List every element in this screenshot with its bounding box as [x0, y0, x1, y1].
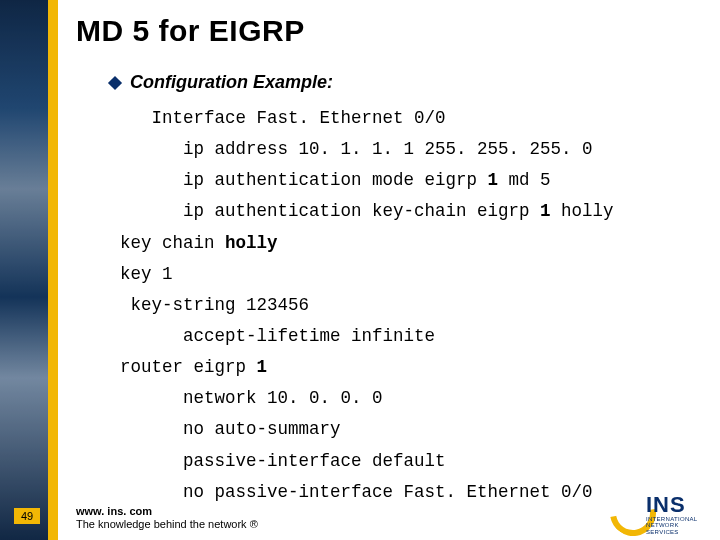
code-line: ip address 10. 1. 1. 1 255. 255. 255. 0: [120, 134, 700, 165]
footer-text: www. ins. com The knowledge behind the n…: [76, 505, 258, 533]
diamond-bullet-icon: [108, 76, 122, 90]
bullet-heading: Configuration Example:: [130, 72, 333, 93]
code-line: key 1: [120, 259, 700, 290]
code-line: no auto-summary: [120, 414, 700, 445]
code-line: Interface Fast. Ethernet 0/0: [120, 103, 700, 134]
code-line: key chain holly: [120, 228, 700, 259]
logo-brand-text: INS: [646, 492, 686, 518]
code-line: accept-lifetime infinite: [120, 321, 700, 352]
footer-url: www. ins. com: [76, 505, 152, 517]
logo-subtext: INTERNATIONAL NETWORK SERVICES: [646, 516, 706, 535]
code-line: passive-interface default: [120, 446, 700, 477]
ins-logo: INS INTERNATIONAL NETWORK SERVICES: [616, 486, 706, 534]
code-line: router eigrp 1: [120, 352, 700, 383]
code-line: key-string 123456: [120, 290, 700, 321]
code-line: network 10. 0. 0. 0: [120, 383, 700, 414]
slide: MD 5 for EIGRP Configuration Example: In…: [0, 0, 720, 540]
sidebar-background-image: [0, 0, 48, 540]
bullet-row: Configuration Example:: [110, 72, 700, 93]
configuration-code-block: Interface Fast. Ethernet 0/0 ip address …: [120, 103, 700, 508]
code-line: ip authentication key-chain eigrp 1 holl…: [120, 196, 700, 227]
code-line: ip authentication mode eigrp 1 md 5: [120, 165, 700, 196]
accent-stripe: [48, 0, 58, 540]
slide-body: Configuration Example: Interface Fast. E…: [110, 72, 700, 508]
slide-title: MD 5 for EIGRP: [76, 14, 305, 48]
footer: 49 www. ins. com The knowledge behind th…: [0, 498, 720, 540]
page-number-badge: 49: [14, 508, 40, 524]
footer-tagline: The knowledge behind the network ®: [76, 518, 258, 530]
